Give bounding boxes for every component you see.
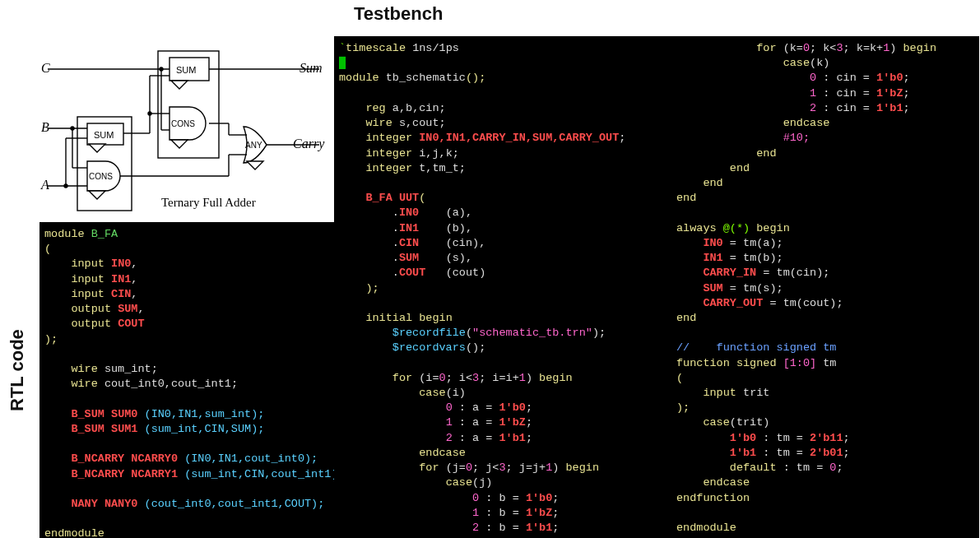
rtl-heading: RTL code [7,329,28,411]
testbench-heading: Testbench [354,3,443,25]
label-b: B [41,120,49,135]
schematic-diagram: SUM CONS SUM CONS ANY C B A Sum Carry [39,31,327,222]
svg-point-11 [71,127,74,130]
testbench-code-left: `timescale 1ns/1ps █ module tb_schematic… [334,36,681,538]
rtl-code-block: module B_FA ( input IN0, input IN1, inpu… [39,222,340,538]
svg-text:ANY: ANY [245,141,262,150]
svg-point-12 [64,184,67,188]
label-sum: Sum [300,61,323,76]
svg-text:CONS: CONS [171,119,195,128]
svg-text:SUM: SUM [176,65,196,75]
testbench-code-right: for (k=0; k<3; k=k+1) begin case(k) 0 : … [671,36,979,538]
svg-point-17 [148,112,151,115]
svg-text:CONS: CONS [89,172,113,181]
svg-point-20 [160,67,163,71]
label-c: C [41,61,50,76]
label-a: A [41,178,49,192]
diagram-caption: Ternary Full Adder [161,196,256,210]
label-carry: Carry [293,137,324,151]
svg-text:SUM: SUM [94,130,114,140]
